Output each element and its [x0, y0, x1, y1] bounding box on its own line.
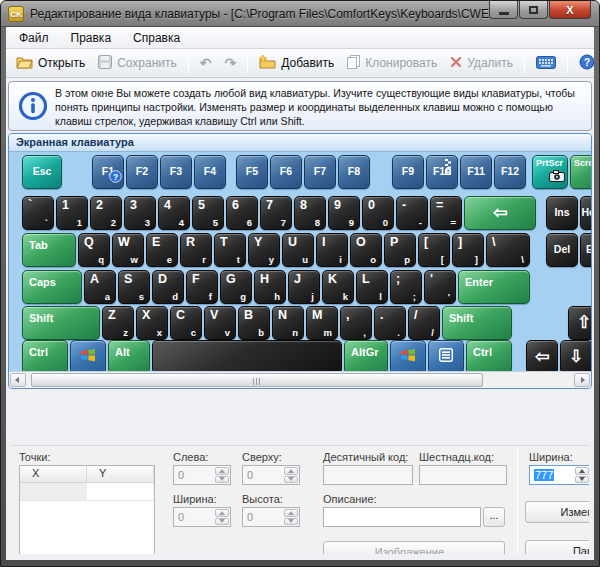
redo-button[interactable]: ↷	[219, 54, 243, 72]
key-bracket-right[interactable]: ]]	[452, 233, 484, 267]
key-print-screen[interactable]: PrtScr	[532, 155, 568, 189]
key-f8[interactable]: F8	[338, 155, 370, 189]
key-t[interactable]: Tt	[214, 233, 246, 267]
key-shift-left[interactable]: Shift	[22, 306, 100, 340]
key-c[interactable]: Cc	[170, 306, 202, 340]
key-digit-1[interactable]: 11	[56, 196, 88, 230]
key-f2[interactable]: F2	[126, 155, 158, 189]
key-shift-right[interactable]: Shift	[442, 306, 512, 340]
key-f9[interactable]: F9	[392, 155, 424, 189]
minimize-button[interactable]	[489, 1, 518, 19]
add-button[interactable]: Добавить	[253, 52, 340, 75]
width-spinner[interactable]	[215, 509, 229, 525]
key-f5[interactable]: F5	[236, 155, 268, 189]
key-equals[interactable]: ==	[430, 196, 462, 230]
key-semicolon[interactable]: ;;	[390, 270, 422, 304]
key-f[interactable]: Ff	[186, 270, 218, 304]
key-arrow-down[interactable]: ⇩	[560, 340, 591, 371]
key-digit-2[interactable]: 22	[90, 196, 122, 230]
key-z[interactable]: Zz	[102, 306, 134, 340]
key-comma[interactable]: ,,	[340, 306, 372, 340]
change-button[interactable]: Изменен	[525, 501, 589, 523]
key-altgr[interactable]: AltGr	[344, 340, 388, 371]
key-digit-8[interactable]: 88	[294, 196, 326, 230]
key-f3[interactable]: F3	[160, 155, 192, 189]
key-backslash[interactable]: \\	[486, 233, 530, 267]
description-field[interactable]	[323, 507, 481, 527]
key-arrow-up[interactable]: ⇧	[568, 306, 591, 340]
key-menu[interactable]	[428, 340, 464, 371]
key-caps-lock[interactable]: Caps	[22, 270, 82, 304]
key-u[interactable]: Uu	[282, 233, 314, 267]
key-p[interactable]: Pp	[384, 233, 416, 267]
key-space[interactable]	[152, 340, 342, 371]
scroll-right-arrow[interactable]	[574, 373, 590, 387]
key-digit-7[interactable]: 77	[260, 196, 292, 230]
points-column-x[interactable]: X	[20, 466, 87, 482]
decimal-code-field[interactable]	[323, 465, 413, 485]
key-alt[interactable]: Alt	[108, 340, 150, 371]
left-field[interactable]: 0	[173, 465, 231, 485]
top-field[interactable]: 0	[242, 465, 300, 485]
key-bracket-left[interactable]: [[	[418, 233, 450, 267]
key-ctrl-left[interactable]: Ctrl	[22, 340, 68, 371]
key-w[interactable]: Ww	[112, 233, 144, 267]
key-home[interactable]: Home	[580, 196, 591, 230]
menu-file[interactable]: Файл	[10, 29, 58, 47]
top-spinner[interactable]	[284, 467, 298, 483]
keyboard-view-button[interactable]	[530, 52, 562, 75]
panel-width-field[interactable]: 777	[529, 465, 589, 485]
key-y[interactable]: Yy	[248, 233, 280, 267]
open-button[interactable]: Открыть	[10, 52, 91, 75]
undo-button[interactable]: ↶	[194, 54, 218, 72]
image-button[interactable]: Изображение...	[323, 541, 505, 554]
key-v[interactable]: Vv	[204, 306, 236, 340]
key-esc[interactable]: Esc	[22, 155, 62, 189]
delete-button[interactable]: Удалить	[444, 53, 519, 74]
key-digit-0[interactable]: 00	[362, 196, 394, 230]
key-arrow-left[interactable]: ⇦	[526, 340, 558, 371]
key-apostrophe[interactable]: ''	[424, 270, 456, 304]
key-l[interactable]: Ll	[356, 270, 388, 304]
save-button[interactable]: Сохранить	[92, 52, 183, 75]
points-column-y[interactable]: Y	[87, 466, 154, 482]
key-i[interactable]: Ii	[316, 233, 348, 267]
key-o[interactable]: Oo	[350, 233, 382, 267]
key-q[interactable]: Qq	[78, 233, 110, 267]
key-e[interactable]: Ee	[146, 233, 178, 267]
menu-edit[interactable]: Правка	[62, 29, 121, 47]
key-b[interactable]: Bb	[238, 306, 270, 340]
key-h[interactable]: Hh	[254, 270, 286, 304]
key-f7[interactable]: F7	[304, 155, 336, 189]
key-digit-5[interactable]: 55	[192, 196, 224, 230]
key-f11[interactable]: F11	[460, 155, 492, 189]
key-g[interactable]: Gg	[220, 270, 252, 304]
left-spinner[interactable]	[215, 467, 229, 483]
params-button[interactable]: Пар	[525, 540, 589, 554]
key-period[interactable]: ..	[374, 306, 406, 340]
key-f1[interactable]: F1?	[92, 155, 124, 189]
key-f6[interactable]: F6	[270, 155, 302, 189]
key-scroll-lock[interactable]: Scroll	[570, 155, 591, 189]
key-j[interactable]: Jj	[288, 270, 320, 304]
key-n[interactable]: Nn	[272, 306, 304, 340]
menu-help[interactable]: Справка	[124, 29, 189, 47]
clone-button[interactable]: Клонировать	[341, 52, 443, 75]
key-m[interactable]: Mm	[306, 306, 338, 340]
key-k[interactable]: Kk	[322, 270, 354, 304]
key-ctrl-right[interactable]: Ctrl	[466, 340, 512, 371]
key-r[interactable]: Rr	[180, 233, 212, 267]
key-enter[interactable]: Enter	[458, 270, 530, 304]
key-end[interactable]: End	[580, 233, 591, 267]
key-minus[interactable]: --	[396, 196, 428, 230]
close-button[interactable]: X	[549, 1, 591, 19]
help-button[interactable]: ?	[573, 51, 594, 76]
key-backtick[interactable]: ``	[22, 196, 54, 230]
keyboard-scrollbar[interactable]	[9, 371, 591, 388]
key-d[interactable]: Dd	[152, 270, 184, 304]
points-table[interactable]: XY	[19, 465, 155, 554]
height-field[interactable]: 0	[242, 507, 300, 527]
key-s[interactable]: Ss	[118, 270, 150, 304]
scrollbar-thumb[interactable]	[31, 373, 483, 387]
key-digit-3[interactable]: 33	[124, 196, 156, 230]
